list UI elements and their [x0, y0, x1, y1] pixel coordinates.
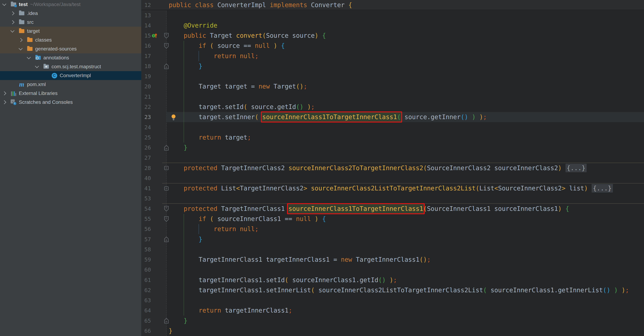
- fold-open-icon[interactable]: [164, 43, 169, 50]
- tree-row-src[interactable]: src: [0, 18, 141, 27]
- bulb-icon[interactable]: [171, 114, 176, 121]
- tree-item-label: ConverterImpl: [60, 73, 91, 78]
- line-number: 66: [141, 326, 151, 336]
- code-line-41[interactable]: protected List<TargetInnerClass2> source…: [169, 183, 613, 193]
- fold-close-icon[interactable]: [164, 236, 169, 243]
- tree-row-test[interactable]: test~/Workspace/Java/test: [0, 0, 141, 9]
- excluded-folder-icon: [27, 38, 32, 42]
- code-line-15[interactable]: public Target convert(Source source) {: [169, 31, 326, 41]
- folder-icon: [19, 20, 24, 24]
- tree-row-target[interactable]: target: [0, 27, 141, 36]
- tree-item-label: classes: [35, 37, 52, 43]
- line-number: 24: [141, 122, 151, 132]
- code-line-59[interactable]: TargetInnerClass1 targetInnerClass1 = ne…: [169, 255, 431, 265]
- folder-icon: [19, 11, 24, 15]
- line-number: 59: [141, 255, 151, 265]
- package-icon: [43, 64, 49, 70]
- code-line-57[interactable]: }: [169, 234, 202, 244]
- code-line-61[interactable]: targetInnerClass1.setId( sourceInnerClas…: [169, 275, 397, 285]
- code-line-20[interactable]: Target target = new Target();: [169, 81, 307, 92]
- tree-row-scratches-and-consoles[interactable]: ›Scratches and Consoles: [0, 98, 141, 107]
- fold-collapsed-icon[interactable]: [164, 185, 169, 192]
- line-number: 25: [141, 132, 151, 143]
- folded-code-placeholder[interactable]: {...}: [566, 164, 587, 172]
- fold-close-icon[interactable]: [164, 63, 169, 70]
- tree-row-converterimpl[interactable]: CConverterImpl: [0, 71, 141, 80]
- tree-row--idea[interactable]: .idea: [0, 9, 141, 18]
- line-number: 60: [141, 265, 151, 275]
- scratches-icon: ›: [11, 99, 16, 105]
- generated-sources-root-icon: [35, 56, 41, 60]
- line-number: 57: [141, 234, 151, 244]
- code-line-25[interactable]: return target;: [169, 132, 251, 143]
- chevron-down-icon[interactable]: [19, 46, 23, 51]
- fold-close-icon[interactable]: [164, 318, 169, 324]
- code-line-16[interactable]: if ( source == null ) {: [169, 41, 285, 51]
- override-icon: [152, 33, 157, 40]
- line-number: 20: [141, 81, 151, 92]
- tree-row-external-libraries[interactable]: External Libraries: [0, 89, 141, 98]
- code-line-28[interactable]: protected TargetInnerClass2 sourceInnerC…: [169, 163, 587, 173]
- tree-item-label: .idea: [27, 11, 38, 16]
- folded-code-placeholder[interactable]: {...}: [592, 184, 613, 193]
- tree-item-label: com.scj.test.mapstruct: [52, 64, 101, 70]
- code-line-18[interactable]: }: [169, 61, 202, 71]
- line-number: 58: [141, 244, 151, 255]
- class-icon: C: [51, 72, 58, 79]
- code-line-26[interactable]: }: [169, 143, 187, 153]
- code-line-14[interactable]: @Override: [169, 21, 218, 31]
- tree-row-pom-xml[interactable]: mpom.xml: [0, 80, 141, 89]
- code-line-23[interactable]: target.setInner( sourceInnerClass1ToTarg…: [169, 112, 487, 122]
- tree-item-label: External Libraries: [19, 91, 58, 96]
- code-line-56[interactable]: return null;: [169, 224, 258, 234]
- code-line-65[interactable]: }: [169, 315, 187, 326]
- chevron-down-icon[interactable]: [27, 55, 31, 59]
- code-line-22[interactable]: target.setId( source.getId() );: [169, 102, 315, 112]
- chevron-right-icon[interactable]: [10, 20, 14, 24]
- fold-open-icon[interactable]: [164, 33, 169, 40]
- code-line-12[interactable]: public class ConverterImpl implements Co…: [169, 0, 352, 10]
- code-line-55[interactable]: if ( sourceInnerClass1 == null ) {: [169, 214, 326, 224]
- fold-open-icon[interactable]: [164, 216, 169, 223]
- tree-item-label: test~/Workspace/Java/test: [19, 2, 80, 7]
- chevron-right-icon[interactable]: [2, 91, 6, 96]
- line-number: 16: [141, 41, 151, 51]
- chevron-right-icon[interactable]: [2, 100, 6, 104]
- code-line-62[interactable]: targetInnerClass1.setInnerList( sourceIn…: [169, 285, 629, 295]
- chevron-right-icon[interactable]: [19, 38, 23, 42]
- indent-guide: [184, 122, 184, 132]
- line-number: 26: [141, 143, 151, 153]
- code-line-66[interactable]: }: [169, 326, 172, 336]
- folder-orange-icon: [27, 46, 33, 52]
- line-number: 41: [141, 183, 151, 193]
- fold-close-icon[interactable]: [164, 145, 169, 151]
- project-tree-panel: test~/Workspace/Java/test.ideasrctargetc…: [0, 0, 141, 336]
- indent-guide: [184, 92, 184, 102]
- code-line-17[interactable]: return null;: [169, 51, 258, 61]
- chevron-right-icon[interactable]: [10, 11, 14, 16]
- line-number: 62: [141, 285, 151, 295]
- tree-item-label: src: [27, 19, 34, 25]
- fold-collapsed-icon[interactable]: [164, 165, 169, 172]
- code-line-64[interactable]: return targetInnerClass1;: [169, 305, 292, 315]
- package-icon: [44, 65, 49, 69]
- tree-row-com-scj-test-mapstruct[interactable]: com.scj.test.mapstruct: [0, 62, 141, 71]
- tree-item-label: annotations: [43, 55, 69, 61]
- line-number: 15: [141, 31, 151, 41]
- chevron-down-icon[interactable]: [35, 64, 39, 68]
- indent-guide: [184, 244, 184, 255]
- editor-panel[interactable]: 12public class ConverterImpl implements …: [141, 0, 644, 336]
- chevron-down-icon[interactable]: [2, 2, 6, 6]
- annotation-red-box: sourceInnerClass1ToTargetInnerClass1(: [262, 112, 402, 122]
- chevron-down-icon[interactable]: [10, 29, 14, 33]
- project-path-label: ~/Workspace/Java/test: [30, 2, 81, 7]
- code-line-54[interactable]: protected TargetInnerClass1 sourceInnerC…: [169, 204, 569, 214]
- project-folder-icon: [11, 3, 16, 7]
- fold-open-icon[interactable]: [164, 206, 169, 212]
- folder-orange-icon: [27, 37, 33, 43]
- folder-generated-icon: [35, 55, 41, 61]
- tree-row-classes[interactable]: classes: [0, 36, 141, 45]
- tree-row-generated-sources[interactable]: generated-sources: [0, 45, 141, 53]
- tree-row-annotations[interactable]: annotations: [0, 53, 141, 62]
- maven-module-icon: m: [19, 81, 24, 88]
